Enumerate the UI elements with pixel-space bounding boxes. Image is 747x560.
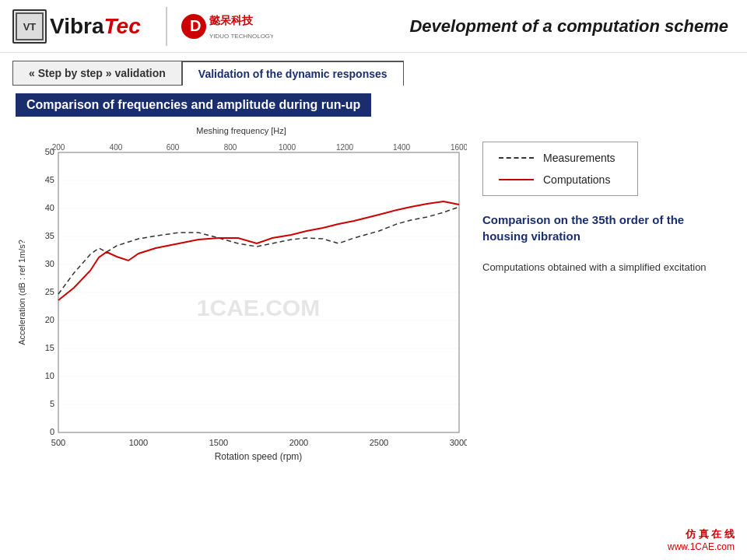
brand-tec: Tec: [104, 14, 141, 38]
svg-text:2000: 2000: [289, 438, 308, 447]
svg-text:800: 800: [224, 143, 237, 152]
top-axis-label: Meshing frequency [Hz]: [16, 126, 467, 135]
comparison-text: Comparison on the 35th order of the hous…: [482, 212, 731, 244]
svg-text:2500: 2500: [370, 438, 388, 447]
section-title: Comparison of frequencies and amplitude …: [16, 93, 371, 117]
header: VT VibraTec D 懿呆科技 YIDUO TECHNOLOGY Deve…: [0, 0, 747, 53]
chart-svg: 0 5 10 15 20 25 30 35 40 45 50: [16, 137, 467, 464]
svg-text:200: 200: [52, 143, 65, 152]
watermark-text: 1CAE.COM: [197, 295, 320, 320]
right-panel: Measurements Computations Comparison on …: [482, 126, 731, 464]
computation-note: Computations obtained with a simplified …: [482, 260, 731, 275]
svg-text:25: 25: [45, 287, 54, 296]
legend-computations: Computations: [499, 173, 622, 186]
logo-yiduo: D 懿呆科技 YIDUO TECHNOLOGY: [180, 7, 273, 46]
legend-measurements: Measurements: [499, 152, 622, 164]
svg-text:YIDUO TECHNOLOGY: YIDUO TECHNOLOGY: [209, 33, 273, 40]
svg-text:1000: 1000: [279, 143, 296, 152]
legend-box: Measurements Computations: [482, 142, 638, 196]
tab-validation-dynamic[interactable]: Validation of the dynamic responses: [182, 61, 404, 86]
svg-text:1600: 1600: [451, 143, 467, 152]
svg-text:45: 45: [45, 175, 54, 184]
svg-text:500: 500: [51, 438, 65, 447]
svg-text:10: 10: [45, 371, 54, 380]
svg-text:40: 40: [45, 203, 54, 212]
logo-divider: [166, 7, 167, 46]
svg-text:20: 20: [45, 315, 54, 324]
tab-step-by-step[interactable]: « Step by step » validation: [12, 61, 182, 86]
svg-text:1000: 1000: [129, 438, 148, 447]
chart-container: Meshing frequency [Hz] 0 5 10 15 20 25 3…: [16, 126, 731, 464]
svg-text:Acceleration (dB : ref 1m/s?: Acceleration (dB : ref 1m/s?: [17, 240, 26, 345]
yiduo-logo-svg: D 懿呆科技 YIDUO TECHNOLOGY: [180, 7, 273, 46]
svg-text:400: 400: [110, 143, 123, 152]
footer: 仿 真 在 线 www.1CAE.com: [668, 527, 735, 552]
svg-text:懿呆科技: 懿呆科技: [209, 14, 254, 26]
legend-measurements-label: Measurements: [543, 152, 615, 164]
svg-text:30: 30: [45, 259, 54, 268]
legend-solid-line: [499, 179, 534, 180]
svg-text:35: 35: [45, 231, 54, 240]
legend-computations-label: Computations: [543, 173, 610, 186]
chart-wrapper: Meshing frequency [Hz] 0 5 10 15 20 25 3…: [16, 126, 467, 464]
svg-text:1400: 1400: [393, 143, 411, 152]
legend-dashed-line: [499, 157, 534, 159]
main-content: Comparison of frequencies and amplitude …: [0, 86, 747, 471]
logo-vibratec: VT VibraTec: [12, 9, 141, 44]
brand-vibra: Vibra: [50, 14, 104, 38]
svg-text:Rotation speed (rpm): Rotation speed (rpm): [215, 451, 303, 462]
svg-text:1200: 1200: [336, 143, 354, 152]
svg-text:600: 600: [167, 143, 180, 152]
footer-chinese: 仿 真 在 线: [668, 527, 735, 541]
svg-text:3000: 3000: [450, 438, 467, 447]
header-title: Development of a computation scheme: [273, 16, 735, 37]
svg-text:D: D: [190, 17, 201, 34]
svg-text:1500: 1500: [209, 438, 228, 447]
svg-text:0: 0: [50, 427, 54, 436]
svg-text:15: 15: [45, 343, 54, 352]
svg-text:VT: VT: [23, 21, 37, 33]
nav-tabs: « Step by step » validation Validation o…: [0, 53, 747, 86]
vibratec-icon: VT: [12, 9, 47, 44]
svg-text:5: 5: [50, 399, 54, 408]
brand-name: VibraTec: [50, 14, 141, 39]
footer-url: www.1CAE.com: [668, 541, 735, 552]
